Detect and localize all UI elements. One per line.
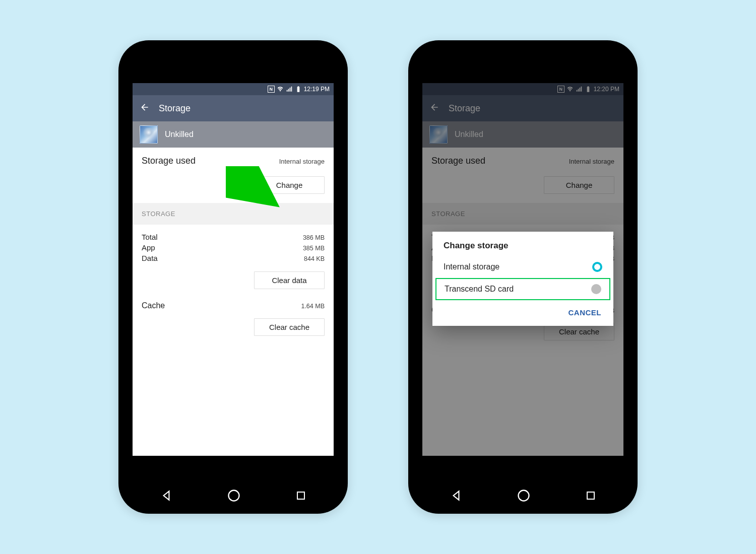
app-bar: Storage xyxy=(133,95,334,121)
phone-screen-left: N 12:19 PM Storage Unkilled Storage used… xyxy=(133,83,334,456)
storage-used-label: Storage used xyxy=(142,156,196,166)
cache-label: Cache xyxy=(142,301,165,310)
radio-selected-icon xyxy=(592,262,602,272)
nav-back-icon[interactable] xyxy=(450,489,463,502)
nav-bar xyxy=(133,484,334,507)
app-icon xyxy=(140,125,158,144)
nav-home-icon[interactable] xyxy=(517,489,531,503)
app-storage-value: 385 MB xyxy=(303,245,325,252)
battery-icon xyxy=(295,86,302,93)
wifi-icon xyxy=(277,86,284,93)
signal-icon xyxy=(286,86,293,93)
app-name: Unkilled xyxy=(165,130,194,139)
nfc-icon: N xyxy=(268,86,275,93)
svg-point-3 xyxy=(518,491,529,501)
total-value: 386 MB xyxy=(303,234,325,241)
phone-left: N 12:19 PM Storage Unkilled Storage used… xyxy=(118,40,348,514)
storage-used-value: Internal storage xyxy=(279,158,325,165)
status-bar: N 12:19 PM xyxy=(133,83,334,95)
dialog-option-sdcard-label: Transcend SD card xyxy=(445,285,514,294)
nav-back-icon[interactable] xyxy=(160,489,173,502)
data-value: 844 KB xyxy=(304,255,325,262)
dialog-title: Change storage xyxy=(432,241,613,256)
app-title-row: Unkilled xyxy=(133,121,334,148)
back-button[interactable] xyxy=(140,102,150,114)
annotation-arrow xyxy=(226,166,281,209)
phone-right: N 12:20 PM Storage Unkilled Storage used… xyxy=(408,40,638,514)
cache-section: Cache 1.64 MB Clear cache xyxy=(133,293,334,343)
storage-data-section: Total 386 MB App 385 MB Data 844 KB Clea… xyxy=(133,225,334,293)
nav-home-icon[interactable] xyxy=(227,489,241,503)
page-title: Storage xyxy=(159,103,191,114)
dialog-option-internal[interactable]: Internal storage xyxy=(432,256,613,278)
app-storage-label: App xyxy=(142,243,155,252)
svg-rect-2 xyxy=(297,492,304,499)
svg-rect-4 xyxy=(587,492,594,499)
nav-recent-icon[interactable] xyxy=(295,490,307,502)
status-time: 12:19 PM xyxy=(304,86,330,93)
nav-bar xyxy=(422,484,623,507)
clear-data-button[interactable]: Clear data xyxy=(254,271,325,289)
cache-value: 1.64 MB xyxy=(301,303,325,310)
dialog-option-sdcard[interactable]: Transcend SD card xyxy=(435,278,610,300)
nav-recent-icon[interactable] xyxy=(585,490,597,502)
total-label: Total xyxy=(142,233,158,241)
phone-screen-right: N 12:20 PM Storage Unkilled Storage used… xyxy=(422,83,623,456)
svg-point-1 xyxy=(228,491,239,501)
data-label: Data xyxy=(142,254,158,262)
clear-cache-button[interactable]: Clear cache xyxy=(254,318,325,336)
dialog-cancel-button[interactable]: CANCEL xyxy=(563,304,607,321)
radio-unselected-icon xyxy=(591,284,601,294)
svg-line-0 xyxy=(230,170,265,196)
dialog-option-internal-label: Internal storage xyxy=(444,262,499,271)
change-storage-dialog: Change storage Internal storage Transcen… xyxy=(432,232,613,326)
